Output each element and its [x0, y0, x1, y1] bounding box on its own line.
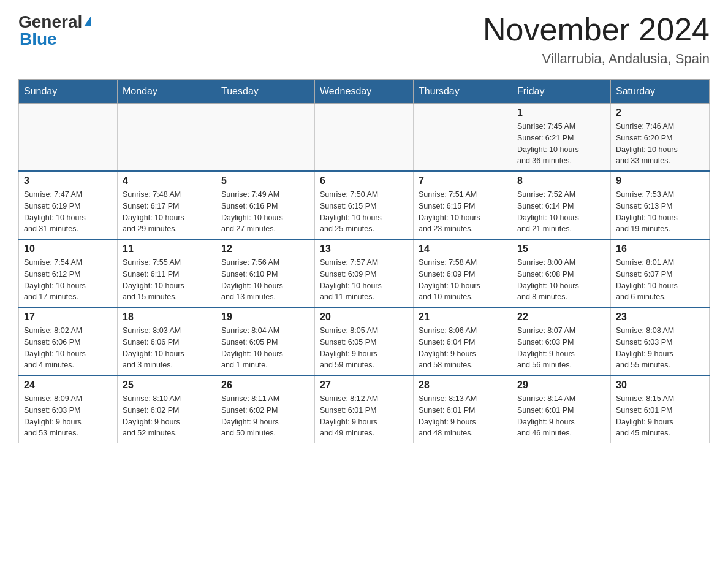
day-number: 3 [24, 175, 112, 186]
calendar-week-row: 17Sunrise: 8:02 AM Sunset: 6:06 PM Dayli… [19, 307, 710, 375]
day-info: Sunrise: 7:50 AM Sunset: 6:15 PM Dayligh… [320, 189, 408, 235]
title-section: November 2024 Villarrubia, Andalusia, Sp… [483, 12, 710, 67]
day-info: Sunrise: 8:02 AM Sunset: 6:06 PM Dayligh… [24, 325, 112, 371]
calendar-cell: 26Sunrise: 8:11 AM Sunset: 6:02 PM Dayli… [216, 375, 315, 443]
calendar-cell: 20Sunrise: 8:05 AM Sunset: 6:05 PM Dayli… [315, 307, 414, 375]
calendar-day-header: Thursday [414, 80, 512, 104]
calendar-cell: 21Sunrise: 8:06 AM Sunset: 6:04 PM Dayli… [414, 307, 512, 375]
day-info: Sunrise: 7:58 AM Sunset: 6:09 PM Dayligh… [419, 257, 507, 303]
calendar-day-header: Sunday [19, 80, 118, 104]
day-info: Sunrise: 7:47 AM Sunset: 6:19 PM Dayligh… [24, 189, 112, 235]
calendar-cell: 12Sunrise: 7:56 AM Sunset: 6:10 PM Dayli… [216, 239, 315, 307]
calendar-cell: 10Sunrise: 7:54 AM Sunset: 6:12 PM Dayli… [19, 239, 118, 307]
day-number: 24 [24, 380, 112, 391]
day-info: Sunrise: 8:03 AM Sunset: 6:06 PM Dayligh… [123, 325, 211, 371]
calendar-cell: 11Sunrise: 7:55 AM Sunset: 6:11 PM Dayli… [118, 239, 216, 307]
day-number: 4 [123, 175, 211, 186]
day-info: Sunrise: 8:01 AM Sunset: 6:07 PM Dayligh… [616, 257, 704, 303]
day-number: 13 [320, 243, 408, 255]
day-number: 23 [616, 312, 704, 323]
calendar-week-row: 3Sunrise: 7:47 AM Sunset: 6:19 PM Daylig… [19, 171, 710, 239]
calendar-cell: 22Sunrise: 8:07 AM Sunset: 6:03 PM Dayli… [512, 307, 611, 375]
calendar-cell: 2Sunrise: 7:46 AM Sunset: 6:20 PM Daylig… [611, 104, 710, 172]
day-number: 8 [517, 175, 605, 186]
calendar-cell: 29Sunrise: 8:14 AM Sunset: 6:01 PM Dayli… [512, 375, 611, 443]
day-number: 17 [24, 312, 112, 323]
calendar-cell: 15Sunrise: 8:00 AM Sunset: 6:08 PM Dayli… [512, 239, 611, 307]
day-info: Sunrise: 8:04 AM Sunset: 6:05 PM Dayligh… [221, 325, 309, 371]
day-number: 25 [123, 380, 211, 391]
day-info: Sunrise: 7:46 AM Sunset: 6:20 PM Dayligh… [616, 121, 704, 167]
calendar-cell [414, 104, 512, 172]
day-number: 14 [419, 243, 507, 255]
day-info: Sunrise: 8:08 AM Sunset: 6:03 PM Dayligh… [616, 325, 704, 371]
day-number: 11 [123, 243, 211, 255]
calendar-cell: 13Sunrise: 7:57 AM Sunset: 6:09 PM Dayli… [315, 239, 414, 307]
day-info: Sunrise: 7:48 AM Sunset: 6:17 PM Dayligh… [123, 189, 211, 235]
day-number: 26 [221, 380, 309, 391]
page-subtitle: Villarrubia, Andalusia, Spain [483, 51, 710, 67]
day-number: 9 [616, 175, 704, 186]
calendar-cell: 25Sunrise: 8:10 AM Sunset: 6:02 PM Dayli… [118, 375, 216, 443]
day-info: Sunrise: 7:55 AM Sunset: 6:11 PM Dayligh… [123, 257, 211, 303]
day-number: 21 [419, 312, 507, 323]
logo-triangle-icon [84, 17, 91, 26]
day-info: Sunrise: 8:07 AM Sunset: 6:03 PM Dayligh… [517, 325, 605, 371]
calendar-cell: 3Sunrise: 7:47 AM Sunset: 6:19 PM Daylig… [19, 171, 118, 239]
calendar-cell [118, 104, 216, 172]
day-number: 20 [320, 312, 408, 323]
day-info: Sunrise: 8:12 AM Sunset: 6:01 PM Dayligh… [320, 393, 408, 439]
calendar-week-row: 24Sunrise: 8:09 AM Sunset: 6:03 PM Dayli… [19, 375, 710, 443]
day-number: 19 [221, 312, 309, 323]
day-number: 5 [221, 175, 309, 186]
calendar-cell: 19Sunrise: 8:04 AM Sunset: 6:05 PM Dayli… [216, 307, 315, 375]
calendar-cell: 23Sunrise: 8:08 AM Sunset: 6:03 PM Dayli… [611, 307, 710, 375]
logo-blue-text: Blue [20, 29, 57, 49]
day-info: Sunrise: 8:13 AM Sunset: 6:01 PM Dayligh… [419, 393, 507, 439]
day-number: 18 [123, 312, 211, 323]
calendar-cell [315, 104, 414, 172]
day-number: 30 [616, 380, 704, 391]
day-number: 6 [320, 175, 408, 186]
day-info: Sunrise: 8:11 AM Sunset: 6:02 PM Dayligh… [221, 393, 309, 439]
day-info: Sunrise: 8:00 AM Sunset: 6:08 PM Dayligh… [517, 257, 605, 303]
day-info: Sunrise: 8:06 AM Sunset: 6:04 PM Dayligh… [419, 325, 507, 371]
day-number: 16 [616, 243, 704, 255]
calendar-cell: 27Sunrise: 8:12 AM Sunset: 6:01 PM Dayli… [315, 375, 414, 443]
day-info: Sunrise: 7:49 AM Sunset: 6:16 PM Dayligh… [221, 189, 309, 235]
day-number: 22 [517, 312, 605, 323]
day-number: 1 [517, 107, 605, 118]
day-info: Sunrise: 8:15 AM Sunset: 6:01 PM Dayligh… [616, 393, 704, 439]
calendar-cell: 7Sunrise: 7:51 AM Sunset: 6:15 PM Daylig… [414, 171, 512, 239]
day-number: 28 [419, 380, 507, 391]
day-info: Sunrise: 7:52 AM Sunset: 6:14 PM Dayligh… [517, 189, 605, 235]
day-info: Sunrise: 7:45 AM Sunset: 6:21 PM Dayligh… [517, 121, 605, 167]
day-info: Sunrise: 8:10 AM Sunset: 6:02 PM Dayligh… [123, 393, 211, 439]
day-number: 27 [320, 380, 408, 391]
day-number: 10 [24, 243, 112, 255]
calendar-day-header: Wednesday [315, 80, 414, 104]
day-info: Sunrise: 7:57 AM Sunset: 6:09 PM Dayligh… [320, 257, 408, 303]
day-info: Sunrise: 7:54 AM Sunset: 6:12 PM Dayligh… [24, 257, 112, 303]
calendar-cell [216, 104, 315, 172]
calendar-cell: 14Sunrise: 7:58 AM Sunset: 6:09 PM Dayli… [414, 239, 512, 307]
calendar-cell: 8Sunrise: 7:52 AM Sunset: 6:14 PM Daylig… [512, 171, 611, 239]
day-info: Sunrise: 8:09 AM Sunset: 6:03 PM Dayligh… [24, 393, 112, 439]
calendar-cell: 1Sunrise: 7:45 AM Sunset: 6:21 PM Daylig… [512, 104, 611, 172]
day-info: Sunrise: 8:05 AM Sunset: 6:05 PM Dayligh… [320, 325, 408, 371]
calendar-cell: 18Sunrise: 8:03 AM Sunset: 6:06 PM Dayli… [118, 307, 216, 375]
calendar-table: SundayMondayTuesdayWednesdayThursdayFrid… [18, 79, 710, 443]
calendar-day-header: Saturday [611, 80, 710, 104]
calendar-cell: 30Sunrise: 8:15 AM Sunset: 6:01 PM Dayli… [611, 375, 710, 443]
day-info: Sunrise: 7:56 AM Sunset: 6:10 PM Dayligh… [221, 257, 309, 303]
day-number: 15 [517, 243, 605, 255]
day-info: Sunrise: 8:14 AM Sunset: 6:01 PM Dayligh… [517, 393, 605, 439]
calendar-day-header: Friday [512, 80, 611, 104]
calendar-day-header: Tuesday [216, 80, 315, 104]
calendar-cell: 24Sunrise: 8:09 AM Sunset: 6:03 PM Dayli… [19, 375, 118, 443]
calendar-week-row: 10Sunrise: 7:54 AM Sunset: 6:12 PM Dayli… [19, 239, 710, 307]
calendar-header-row: SundayMondayTuesdayWednesdayThursdayFrid… [19, 80, 710, 104]
calendar-day-header: Monday [118, 80, 216, 104]
page-title: November 2024 [483, 12, 710, 47]
day-number: 2 [616, 107, 704, 118]
